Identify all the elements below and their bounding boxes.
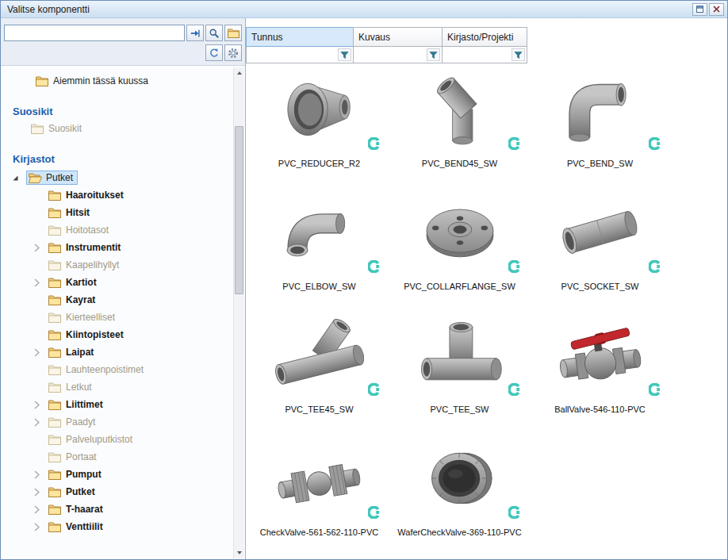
- chevron-collapsed-icon[interactable]: [34, 348, 48, 357]
- library-tree: Aiemmin tässä kuussa Suosikit Suosikit K…: [1, 66, 245, 559]
- filter-funnel-icon[interactable]: [427, 48, 440, 61]
- tree-item-putket[interactable]: Putket: [1, 483, 232, 501]
- component-label: WaferCheckValve-369-110-PVC: [375, 527, 544, 537]
- selected-tree-item: Putket: [26, 171, 78, 185]
- tree-item-lauhteenpoistimet[interactable]: Lauhteenpoistimet: [1, 361, 232, 378]
- left-pane: Aiemmin tässä kuussa Suosikit Suosikit K…: [1, 18, 246, 559]
- scrollbar-thumb[interactable]: [235, 126, 243, 294]
- folder-icon: [48, 190, 62, 201]
- filter-funnel-icon[interactable]: [338, 48, 351, 61]
- component-pvc-bend-sw[interactable]: PVC_BEND_SW: [530, 67, 670, 190]
- chevron-collapsed-icon[interactable]: [34, 401, 48, 409]
- browse-folder-button[interactable]: [224, 25, 242, 41]
- filter-kirjasto-projekti[interactable]: [442, 47, 527, 63]
- chevron-expanded-icon[interactable]: [12, 175, 26, 182]
- tree-children: HaaroituksetHitsitHoitotasotInstrumentit…: [1, 186, 232, 535]
- column-header-tunnus[interactable]: Tunnus: [246, 27, 354, 47]
- folder-icon: [48, 470, 62, 480]
- window-dock-icon: [696, 6, 703, 13]
- folder-icon: [48, 452, 62, 462]
- tree-item-kierteelliset[interactable]: Kierteelliset: [1, 309, 232, 326]
- tree-item-kartiot[interactable]: Kartiot: [1, 274, 232, 291]
- tree-item-kaapelihyllyt[interactable]: Kaapelihyllyt: [1, 256, 232, 274]
- component-pvc-elbow-sw[interactable]: PVC_ELBOW_SW: [249, 190, 389, 313]
- tree-item-label: Pumput: [66, 469, 102, 480]
- folder-icon: [48, 417, 62, 428]
- tree-item-label: Venttiilit: [66, 521, 103, 532]
- go-button[interactable]: [186, 25, 204, 41]
- tree-item-liittimet[interactable]: Liittimet: [1, 396, 232, 413]
- component-label: BallValve-546-110-PVC: [515, 405, 684, 414]
- tree-item-pumput[interactable]: Pumput: [1, 466, 232, 483]
- tree-item-label: Suosikit: [48, 123, 82, 134]
- tree-item-hoitotasot[interactable]: Hoitotasot: [1, 221, 232, 239]
- libraries-section-header: Kirjastot: [1, 150, 232, 167]
- tree-item-letkut[interactable]: Letkut: [1, 378, 232, 396]
- close-button[interactable]: [709, 3, 724, 16]
- component-pvc-bend45-sw[interactable]: PVC_BEND45_SW: [389, 67, 530, 190]
- tree-item-portaat[interactable]: Portaat: [1, 448, 232, 466]
- folder-icon: [31, 124, 44, 134]
- tree-scrollbar[interactable]: [233, 67, 244, 558]
- tree-item-putket-root[interactable]: Putket: [1, 169, 232, 186]
- wafercheck-icon: [416, 440, 504, 516]
- tree-item-laipat[interactable]: Laipat: [1, 343, 232, 361]
- tree-item-label: Liittimet: [66, 399, 103, 410]
- component-picker-window: Valitse komponentti: [0, 0, 728, 560]
- open-folder-icon: [29, 173, 42, 183]
- tree-item-label: Kiintopisteet: [66, 329, 124, 340]
- tree-item-label: Kartiot: [66, 277, 97, 288]
- folder-icon: [48, 522, 62, 532]
- scroll-down-button[interactable]: [234, 547, 244, 558]
- triangle-up-icon: [237, 71, 242, 75]
- column-header-kirjasto-projekti[interactable]: Kirjasto/Projekti: [442, 27, 527, 47]
- chevron-collapsed-icon[interactable]: [34, 470, 48, 479]
- settings-button[interactable]: [224, 44, 242, 61]
- bend90-icon: [556, 71, 645, 148]
- component-pvc-tee45-sw[interactable]: PVC_TEE45_SW: [249, 313, 389, 436]
- tree-item-paadyt[interactable]: Paadyt: [1, 413, 232, 431]
- search-input[interactable]: [4, 25, 185, 41]
- search-button[interactable]: [205, 25, 223, 41]
- filter-tunnus[interactable]: [246, 47, 354, 63]
- folder-icon: [48, 435, 62, 445]
- filter-funnel-icon[interactable]: [512, 48, 525, 61]
- chevron-collapsed-icon[interactable]: [34, 523, 48, 531]
- chevron-collapsed-icon[interactable]: [34, 505, 48, 514]
- titlebar: Valitse komponentti: [1, 1, 727, 18]
- component-label: PVC_SOCKET_SW: [515, 282, 684, 291]
- component-pvc-tee-sw[interactable]: PVC_TEE_SW: [389, 313, 530, 436]
- tree-item-palveluputkistot[interactable]: Palveluputkistot: [1, 431, 232, 448]
- component-checkvalve-561-562-110-pvc[interactable]: CheckValve-561-562-110-PVC: [249, 436, 389, 559]
- tree-item-suosikit[interactable]: Suosikit: [1, 120, 232, 137]
- tree-item-instrumentit[interactable]: Instrumentit: [1, 239, 232, 256]
- component-pvc-collarflange-sw[interactable]: PVC_COLLARFLANGE_SW: [389, 190, 530, 313]
- folder-icon: [48, 487, 62, 497]
- folder-icon: [48, 313, 62, 323]
- cads-logo-icon: [649, 137, 661, 150]
- column-header-kuvaus[interactable]: Kuvaus: [353, 27, 443, 47]
- tree-item-kayrat[interactable]: Kayrat: [1, 291, 232, 309]
- refresh-button[interactable]: [205, 44, 223, 61]
- component-wafercheckvalve-369-110-pvc[interactable]: WaferCheckValve-369-110-PVC: [389, 436, 530, 559]
- tree-item-haaroitukset[interactable]: Haaroitukset: [1, 186, 232, 204]
- tree-item-kiintopisteet[interactable]: Kiintopisteet: [1, 326, 232, 343]
- dock-window-button[interactable]: [692, 3, 707, 16]
- tree-item-t-haarat[interactable]: T-haarat: [1, 501, 232, 518]
- chevron-collapsed-icon[interactable]: [34, 488, 48, 497]
- component-pvc-reducer-r2[interactable]: PVC_REDUCER_R2: [249, 67, 389, 190]
- folder-icon: [48, 260, 62, 270]
- chevron-collapsed-icon[interactable]: [34, 418, 48, 427]
- component-pvc-socket-sw[interactable]: PVC_SOCKET_SW: [530, 190, 670, 313]
- component-ballvalve-546-110-pvc[interactable]: BallValve-546-110-PVC: [530, 313, 670, 436]
- tree-item-label: Putket: [46, 172, 73, 183]
- tree-item-hitsit[interactable]: Hitsit: [1, 204, 232, 221]
- flange-icon: [416, 194, 504, 270]
- filter-kuvaus[interactable]: [353, 47, 443, 63]
- tree-item-venttiilit[interactable]: Venttiilit: [1, 518, 232, 535]
- chevron-collapsed-icon[interactable]: [34, 278, 48, 287]
- tree-item-recent-month[interactable]: Aiemmin tässä kuussa: [1, 72, 232, 90]
- scroll-up-button[interactable]: [234, 67, 244, 79]
- tree-item-label: Kayrat: [66, 294, 95, 305]
- chevron-collapsed-icon[interactable]: [34, 244, 48, 252]
